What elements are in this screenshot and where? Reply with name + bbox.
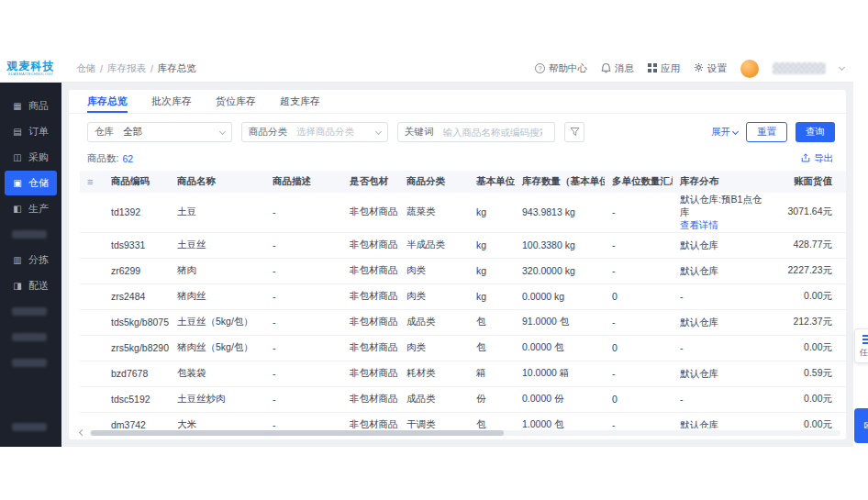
apps-button[interactable]: 应用	[648, 62, 680, 75]
cell-category: 肉类	[399, 290, 469, 303]
expand-label: 展开	[711, 126, 730, 139]
sidebar-item-production[interactable]: ◧生产	[5, 196, 57, 221]
cell-qty: 0.0000 份	[515, 393, 605, 406]
app-grid-icon	[648, 63, 657, 74]
scroll-left-arrow[interactable]	[79, 429, 85, 436]
table-header-row: ≡商品编码商品名称商品描述是否包材商品分类基本单位库存数量（基本单位）多单位数量…	[80, 171, 846, 193]
cell-packaging: 非包材商品	[342, 239, 399, 251]
sidebar-item-delivery[interactable]: ◨配送	[5, 273, 57, 298]
product-row[interactable]: bzd7678包装袋-非包材商品耗材类箱10.0000 箱-默认仓库0.59元0	[80, 361, 846, 387]
cell-desc: -	[265, 368, 342, 379]
table-body: td1392土豆-非包材商品蔬菜类kg943.9813 kg-默认仓库:预B1点…	[80, 193, 846, 428]
cell-category: 耗材类	[399, 367, 469, 380]
scrollbar-thumb[interactable]	[91, 430, 504, 436]
keyword-input[interactable]	[443, 127, 542, 138]
cell-extra: 4	[840, 239, 846, 250]
export-button[interactable]: 导出	[801, 152, 833, 165]
stock-distribution-text: 默认仓库	[680, 316, 768, 328]
sidebar-item-purchase[interactable]: ◫采购	[5, 145, 57, 170]
sidebar-item-redacted-5[interactable]	[5, 415, 57, 439]
cell-qty: 0.0000 kg	[515, 291, 605, 302]
keyword-field[interactable]: 关键词	[397, 122, 555, 142]
cell-packaging: 非包材商品	[342, 316, 399, 328]
sorting-icon: ▥	[12, 255, 23, 265]
sidebar-item-redacted-4[interactable]	[5, 350, 57, 375]
messages-button[interactable]: 消息	[601, 62, 634, 75]
column-settings-icon[interactable]: ≡	[87, 176, 93, 187]
sidebar-item-goods[interactable]: ▦商品	[5, 94, 57, 118]
product-row[interactable]: dm3742大米-非包材商品干调类包1.0000 包-默认仓库0.00元0	[80, 413, 846, 428]
cell-category: 成品类	[399, 316, 469, 328]
tab-3[interactable]: 超支库存	[280, 90, 320, 113]
cell-value: 0.00元	[775, 290, 840, 303]
cell-category: 蔬菜类	[399, 206, 469, 218]
export-label: 导出	[814, 152, 833, 165]
cell-dist: 默认仓库	[673, 418, 775, 428]
product-row[interactable]: zr6299猪肉-非包材商品肉类kg320.0000 kg-默认仓库2227.2…	[80, 259, 846, 284]
cell-dist: 默认仓库	[673, 264, 775, 277]
breadcrumb-item-warehouse[interactable]: 仓储	[76, 62, 95, 75]
sidebar-item-redacted-2[interactable]	[5, 299, 57, 324]
product-row[interactable]: td1392土豆-非包材商品蔬菜类kg943.9813 kg-默认仓库:预B1点…	[80, 193, 846, 233]
cell-extra: 0	[840, 368, 846, 379]
summary-bar: 商品数: 62 导出	[69, 150, 846, 171]
product-row[interactable]: tds9331土豆丝-非包材商品半成品类kg100.3380 kg-默认仓库42…	[80, 233, 846, 259]
sidebar-item-orders[interactable]: ▤订单	[5, 119, 57, 144]
expand-toggle[interactable]: 展开	[711, 126, 738, 139]
body-row: ▦商品▤订单◫采购▣仓储◧生产▥分拣◨配送 库存总览批次库存货位库存超支库存 仓…	[0, 83, 853, 447]
cell-category: 肉类	[399, 264, 469, 277]
redacted-label	[12, 333, 47, 341]
cell-dist: 默认仓库	[673, 239, 775, 251]
cell-unit: kg	[469, 239, 515, 250]
settings-button[interactable]: 设置	[694, 62, 727, 75]
reset-button[interactable]: 重置	[746, 122, 787, 142]
brand-subtitle: GUANMAITECHNOLOGY	[3, 72, 58, 76]
cell-unit: 包	[469, 418, 515, 428]
table-header-cell: 商品描述	[265, 175, 342, 188]
cell-unit: kg	[469, 265, 515, 276]
sidebar-item-sorting[interactable]: ▥分拣	[5, 248, 57, 272]
scrollbar-track[interactable]	[89, 430, 840, 436]
warehouse-select[interactable]: 仓库 全部	[87, 122, 232, 142]
cell-name: 大米	[170, 418, 265, 428]
topbar-actions: ? 帮助中心 消息 应用 设置	[535, 60, 853, 78]
product-row[interactable]: zrs5kg/b8290猪肉丝（5kg/包）-非包材商品肉类包0.0000 包0…	[80, 336, 846, 361]
apps-label: 应用	[661, 62, 680, 75]
product-row[interactable]: tdsc5192土豆丝炒肉-非包材商品成品类份0.0000 份0-0.00元6	[80, 387, 846, 413]
tab-1[interactable]: 批次库存	[151, 90, 192, 113]
breadcrumb-item-report[interactable]: 库存报表	[107, 62, 146, 75]
support-chat-button[interactable]: ✉	[854, 408, 868, 443]
tab-2[interactable]: 货位库存	[216, 90, 256, 113]
cell-value: 212.37元	[775, 316, 840, 328]
brand-logo[interactable]: 观麦科技 GUANMAITECHNOLOGY	[0, 61, 61, 76]
task-panel-button[interactable]: 任务	[854, 328, 868, 363]
chevron-down-icon[interactable]	[839, 64, 845, 71]
sidebar-item-warehouse[interactable]: ▣仓储	[5, 171, 57, 195]
cell-dist: 默认仓库:预B1点仓库查看详情	[673, 193, 775, 232]
cell-extra: 2	[840, 265, 846, 276]
cell-multi: -	[605, 419, 673, 428]
redacted-label	[12, 423, 47, 431]
sidebar-item-redacted-1[interactable]	[5, 222, 57, 247]
cell-value: 3071.64元	[775, 206, 840, 218]
cell-qty: 1.0000 包	[515, 418, 605, 428]
cell-value: 0.59元	[775, 367, 840, 380]
view-details-link[interactable]: 查看详情	[680, 218, 768, 231]
main-area: 库存总览批次库存货位库存超支库存 仓库 全部 商品分类 选择商品分类	[61, 83, 853, 447]
sidebar-item-redacted-3[interactable]	[5, 325, 57, 350]
cell-category: 成品类	[399, 393, 469, 406]
product-row[interactable]: zrs2484猪肉丝-非包材商品肉类kg0.0000 kg0-0.00元0	[80, 284, 846, 310]
cell-code: tdsc5192	[104, 394, 170, 405]
redacted-label	[12, 230, 47, 239]
tab-0[interactable]: 库存总览	[87, 90, 128, 113]
query-button[interactable]: 查询	[796, 122, 835, 142]
chevron-down-icon	[732, 128, 739, 134]
user-avatar[interactable]	[740, 60, 759, 78]
advanced-filter-button[interactable]	[564, 122, 584, 142]
sidebar-item-label: 生产	[28, 202, 49, 216]
help-center-button[interactable]: ? 帮助中心	[535, 62, 587, 75]
production-icon: ◧	[12, 204, 23, 214]
product-row[interactable]: tds5kg/b8075土豆丝（5kg/包）-非包材商品成品类包91.0000 …	[80, 310, 846, 336]
category-select[interactable]: 商品分类 选择商品分类	[241, 122, 388, 142]
cell-packaging: 非包材商品	[342, 418, 399, 428]
